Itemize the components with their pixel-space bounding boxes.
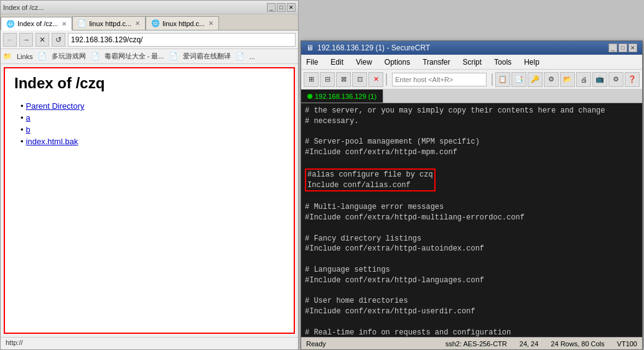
browser-content: Index of /czq Parent Directory a b index… <box>4 67 295 334</box>
back-button[interactable]: ← <box>3 33 17 47</box>
menu-help[interactable]: Help <box>521 58 542 67</box>
menu-options[interactable]: Options <box>382 58 413 67</box>
securecrt-toolbar: ⊞ ⊟ ⊠ ⊡ ✕ 📋 📑 🔑 ⚙ 📂 🖨 📺 ⚙ ❓ <box>301 70 642 90</box>
menu-file[interactable]: File <box>304 58 320 67</box>
list-item: b <box>21 125 284 134</box>
forward-button[interactable]: → <box>19 33 33 47</box>
status-terminal: VT100 <box>617 340 637 348</box>
tab-label-1: linux httpd.c... <box>89 20 131 27</box>
bookmark-separator-2: 📄 <box>169 52 178 60</box>
browser-navbar: ← → ✕ ↺ <box>1 30 298 49</box>
terminal-area[interactable]: # the server, or you may simply copy the… <box>301 103 642 337</box>
bookmark-links[interactable]: Links <box>17 53 33 60</box>
toolbar-btn-8[interactable]: 🔑 <box>528 72 543 87</box>
toolbar-btn-3[interactable]: ⊠ <box>336 72 351 87</box>
browser-minimize-button[interactable]: _ <box>267 3 276 12</box>
status-dimensions: 24 Rows, 80 Cols <box>551 340 604 348</box>
list-item: index.html.bak <box>21 137 284 146</box>
browser-maximize-button[interactable]: □ <box>277 3 286 12</box>
session-tab-label: 192.168.136.129 (1) <box>315 93 376 100</box>
session-tabs: 192.168.136.129 (1) <box>301 90 642 103</box>
toolbar-btn-14[interactable]: ❓ <box>625 72 640 87</box>
tab-icon-2: 🌐 <box>151 19 160 27</box>
status-text: http:// <box>6 339 23 346</box>
securecrt-window: 🖥 192.168.136.129 (1) - SecureCRT _ □ ✕ … <box>301 40 643 350</box>
bookmark-separator-3: 📄 <box>236 52 245 60</box>
menu-transfer[interactable]: Transfer <box>420 58 452 67</box>
toolbar-btn-6[interactable]: 📋 <box>495 72 510 87</box>
browser-window: Index of /cz... _ □ ✕ 🌐 Index of /cz... … <box>0 0 299 350</box>
toolbar-separator-2 <box>492 73 493 86</box>
securecrt-titlebar-buttons: _ □ ✕ <box>609 44 637 52</box>
bookmark-games[interactable]: 多玩游戏网 <box>52 52 86 61</box>
list-item: Parent Directory <box>21 101 284 111</box>
securecrt-titlebar: 🖥 192.168.136.129 (1) - SecureCRT _ □ ✕ <box>301 41 642 55</box>
browser-status: http:// <box>1 337 298 349</box>
securecrt-close-button[interactable]: ✕ <box>628 44 637 52</box>
bookmark-icon: 📁 <box>3 52 12 60</box>
bookmarks-bar: 📁 Links 📄 多玩游戏网 📄 毒霸网址大全 - 最... 📄 爱词霸在线翻… <box>1 49 298 64</box>
bookmark-separator-0: 📄 <box>38 52 47 60</box>
status-ready: Ready <box>306 340 326 348</box>
toolbar-btn-4[interactable]: ⊡ <box>352 72 367 87</box>
refresh-button[interactable]: ↺ <box>52 33 65 47</box>
menu-edit[interactable]: Edit <box>328 58 346 67</box>
securecrt-title-text: 192.168.136.129 (1) - SecureCRT <box>317 44 430 52</box>
securecrt-title-area: 🖥 192.168.136.129 (1) - SecureCRT <box>306 44 430 52</box>
securecrt-icon: 🖥 <box>306 44 314 52</box>
toolbar-btn-2[interactable]: ⊟ <box>320 72 335 87</box>
bookmark-translate[interactable]: 爱词霸在线翻译 <box>183 52 231 61</box>
securecrt-maximize-button[interactable]: □ <box>618 44 627 52</box>
toolbar-btn-13[interactable]: ⚙ <box>609 72 623 87</box>
tab-icon-1: 📄 <box>78 19 86 27</box>
toolbar-btn-11[interactable]: 🖨 <box>576 72 591 87</box>
status-sections: ssh2: AES-256-CTR 24, 24 24 Rows, 80 Col… <box>446 340 637 348</box>
list-item: a <box>21 113 284 122</box>
toolbar-btn-5[interactable]: ✕ <box>368 72 383 87</box>
securecrt-status: Ready ssh2: AES-256-CTR 24, 24 24 Rows, … <box>301 337 642 349</box>
directory-list: Parent Directory a b index.html.bak <box>14 101 284 146</box>
tab-close-1[interactable]: ✕ <box>135 20 140 27</box>
parent-directory-link[interactable]: Parent Directory <box>26 101 85 111</box>
tab-label-2: linux httpd.c... <box>162 20 205 27</box>
browser-titlebar-buttons: _ □ ✕ <box>267 3 296 12</box>
toolbar-btn-12[interactable]: 📺 <box>592 72 607 87</box>
browser-titlebar: Index of /cz... _ □ ✕ <box>1 1 298 14</box>
toolbar-btn-7[interactable]: 📑 <box>511 72 526 87</box>
menu-view[interactable]: View <box>353 58 375 67</box>
toolbar-separator-1 <box>386 73 387 86</box>
tab-close-2[interactable]: ✕ <box>208 20 213 27</box>
bookmark-separator-1: 📄 <box>91 52 100 60</box>
status-encryption: ssh2: AES-256-CTR <box>446 340 507 348</box>
browser-tabs: 🌐 Index of /cz... ✕ 📄 linux httpd.c... ✕… <box>1 14 298 30</box>
securecrt-minimize-button[interactable]: _ <box>609 44 617 52</box>
bookmark-more[interactable]: ... <box>250 53 255 60</box>
menu-script[interactable]: Script <box>460 58 484 67</box>
bookmark-poison[interactable]: 毒霸网址大全 - 最... <box>105 52 164 61</box>
tab-index-czq[interactable]: 🌐 Index of /cz... ✕ <box>1 17 72 30</box>
securecrt-menu: File Edit View Options Transfer Script T… <box>301 55 642 70</box>
tab-linux-httpd-2[interactable]: 🌐 linux httpd.c... ✕ <box>146 16 219 30</box>
browser-titlebar-text: Index of /cz... <box>3 4 44 11</box>
tab-linux-httpd[interactable]: 📄 linux httpd.c... ✕ <box>72 16 146 30</box>
page-title: Index of /czq <box>14 75 284 92</box>
tab-icon-0: 🌐 <box>6 20 15 28</box>
host-address-input[interactable] <box>392 73 487 86</box>
stop-button[interactable]: ✕ <box>35 33 49 47</box>
index-html-bak-link[interactable]: index.html.bak <box>26 137 78 146</box>
dir-b-link[interactable]: b <box>26 125 30 134</box>
session-tab-1[interactable]: 192.168.136.129 (1) <box>301 90 383 103</box>
session-tab-dot <box>307 94 312 99</box>
toolbar-btn-1[interactable]: ⊞ <box>304 72 319 87</box>
tab-label-0: Index of /cz... <box>17 20 58 27</box>
browser-close-button[interactable]: ✕ <box>287 3 296 12</box>
menu-tools[interactable]: Tools <box>492 58 514 67</box>
status-position: 24, 24 <box>520 340 539 348</box>
toolbar-btn-10[interactable]: 📂 <box>560 72 575 87</box>
toolbar-btn-9[interactable]: ⚙ <box>544 72 559 87</box>
dir-a-link[interactable]: a <box>26 113 30 122</box>
tab-close-0[interactable]: ✕ <box>62 21 67 27</box>
address-bar[interactable] <box>68 33 296 47</box>
